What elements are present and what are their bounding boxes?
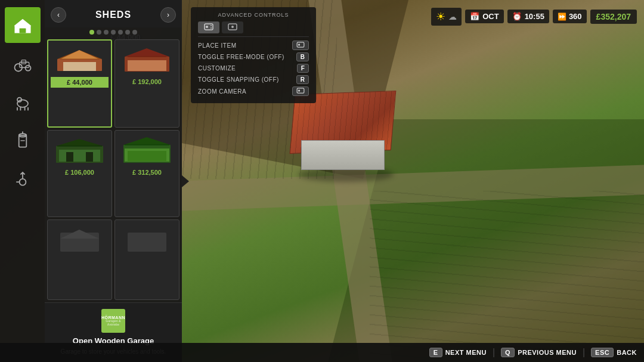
svg-point-15 xyxy=(19,179,26,185)
separator-2: | xyxy=(583,347,585,358)
dot-4 xyxy=(111,30,116,35)
separator-1: | xyxy=(493,347,495,358)
item-card-3[interactable]: £ 106,000 xyxy=(47,130,112,218)
dot-2 xyxy=(97,30,101,35)
item-card-5[interactable] xyxy=(47,219,112,300)
svg-rect-0 xyxy=(19,28,26,33)
controls-tabs xyxy=(198,21,309,37)
item-card-4[interactable]: £ 312,500 xyxy=(114,130,179,218)
next-menu-button[interactable]: E NEXT MENU xyxy=(429,348,487,357)
next-menu-label: NEXT MENU xyxy=(445,349,487,356)
dot-3 xyxy=(104,30,109,35)
page-dots xyxy=(45,27,182,37)
svg-rect-30 xyxy=(66,152,73,162)
sidebar-item-barn[interactable] xyxy=(5,7,41,43)
left-sidebar xyxy=(0,0,45,362)
control-row-free: TOGGLE FREE-MODE (OFF) B xyxy=(198,52,309,61)
control-row-place: PLACE ITEM xyxy=(198,41,309,50)
svg-rect-36 xyxy=(128,151,166,161)
controls-panel: ADVANCED CONTROLS PLACE ITEM TOGGLE FREE… xyxy=(191,7,316,103)
control-key-zoom xyxy=(292,86,309,96)
item-thumb-3 xyxy=(54,134,105,167)
sidebar-item-vehicles[interactable] xyxy=(5,45,41,81)
item-thumb-1 xyxy=(54,44,105,77)
next-button[interactable]: › xyxy=(160,7,176,23)
svg-marker-28 xyxy=(56,139,103,146)
controls-title: ADVANCED CONTROLS xyxy=(198,12,309,18)
svg-rect-29 xyxy=(59,150,100,162)
item-price-2: £ 192,000 xyxy=(132,76,162,88)
brand-logo: HÖRMANN Garagen & Antriebe xyxy=(101,309,125,333)
control-row-snap: TOGGLE SNAPPING (OFF) R xyxy=(198,75,309,84)
control-label-free: TOGGLE FREE-MODE (OFF) xyxy=(198,54,284,60)
svg-point-5 xyxy=(17,100,28,107)
items-grid: £ 44,000 £ 192,000 xyxy=(45,37,182,302)
item-price-1: £ 44,000 xyxy=(51,77,109,88)
shop-title: SHEDS xyxy=(95,10,131,20)
prev-button[interactable]: ‹ xyxy=(51,7,66,23)
item-thumb-2 xyxy=(122,44,172,76)
svg-rect-40 xyxy=(128,233,166,252)
sidebar-item-misc[interactable] xyxy=(5,160,41,196)
item-price-4: £ 312,500 xyxy=(132,167,162,178)
control-key-snap: R xyxy=(296,75,309,84)
svg-point-50 xyxy=(298,89,300,91)
misc-icon xyxy=(12,167,33,188)
next-menu-key: E xyxy=(429,348,442,357)
back-key: ESC xyxy=(591,348,614,357)
svg-marker-24 xyxy=(125,48,169,57)
svg-point-2 xyxy=(25,66,30,71)
item-thumb-6 xyxy=(122,224,172,256)
svg-marker-21 xyxy=(60,50,99,59)
dot-7 xyxy=(132,30,137,35)
prev-menu-key: Q xyxy=(501,348,515,357)
control-label-zoom: ZOOM CAMERA xyxy=(198,88,246,95)
back-button[interactable]: ESC BACK xyxy=(591,348,637,357)
control-label-place: PLACE ITEM xyxy=(198,42,236,49)
control-row-customize: CUSTOMIZE F xyxy=(198,64,309,73)
control-label-snap: TOGGLE SNAPPING (OFF) xyxy=(198,76,279,83)
control-key-customize: F xyxy=(297,64,309,73)
svg-marker-34 xyxy=(123,137,171,145)
tractor-icon xyxy=(12,52,33,74)
dot-5 xyxy=(118,30,123,35)
svg-rect-25 xyxy=(128,60,166,71)
control-key-place xyxy=(292,41,309,50)
svg-point-42 xyxy=(206,26,208,28)
item-thumb-4 xyxy=(122,134,172,167)
svg-rect-31 xyxy=(86,152,93,162)
item-price-3: £ 106,000 xyxy=(65,167,94,178)
animal-icon xyxy=(12,91,33,112)
control-row-zoom: ZOOM CAMERA xyxy=(198,86,309,96)
svg-rect-20 xyxy=(63,62,96,71)
svg-point-48 xyxy=(298,44,300,45)
item-card-6[interactable] xyxy=(114,219,179,300)
panel-arrow xyxy=(182,175,189,187)
svg-point-46 xyxy=(231,26,234,28)
sidebar-item-animals[interactable] xyxy=(5,83,41,119)
item-card-2[interactable]: £ 192,000 xyxy=(114,39,179,128)
bottom-hud: E NEXT MENU | Q PREVIOUS MENU | ESC BACK xyxy=(0,343,644,362)
prev-menu-label: PREVIOUS MENU xyxy=(518,349,577,356)
item-card-1[interactable]: £ 44,000 xyxy=(47,39,112,128)
barn-icon xyxy=(12,14,33,36)
control-label-customize: CUSTOMIZE xyxy=(198,65,236,72)
shop-panel: ‹ SHEDS › £ 44,000 xyxy=(45,0,182,362)
shop-header: ‹ SHEDS › xyxy=(45,0,182,27)
prev-menu-button[interactable]: Q PREVIOUS MENU xyxy=(501,348,577,357)
controls-tab-1[interactable] xyxy=(198,21,219,33)
dot-1 xyxy=(89,30,94,35)
back-label: BACK xyxy=(617,349,637,356)
control-key-free: B xyxy=(296,52,309,61)
shed-preview-3d xyxy=(292,92,394,170)
controls-tab-2[interactable] xyxy=(222,21,243,33)
item-thumb-5 xyxy=(54,224,105,256)
dot-6 xyxy=(125,30,130,35)
sidebar-item-silos[interactable] xyxy=(5,122,41,157)
fuel-icon xyxy=(12,129,33,150)
